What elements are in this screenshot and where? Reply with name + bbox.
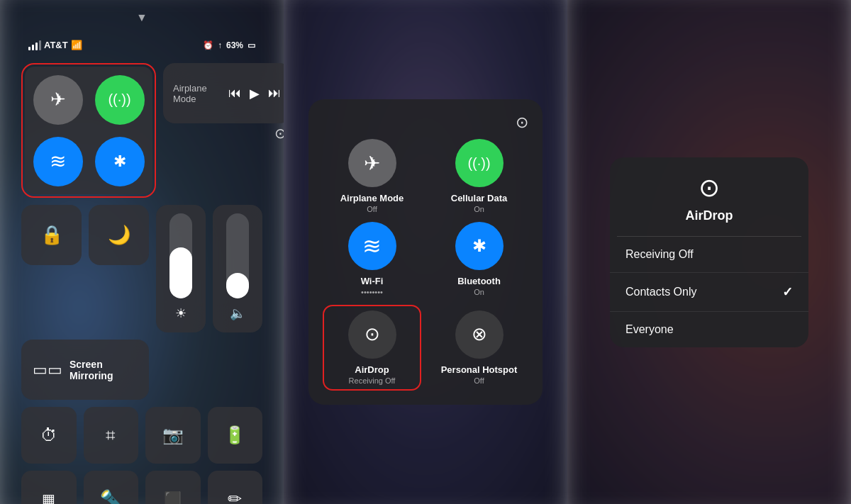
now-playing-label: Airplane Mode [173, 83, 228, 104]
airdrop-context-menu: ⊙ AirDrop Receiving Off Contacts Only ✓ … [610, 157, 808, 347]
wifi-label: Wi-Fi [361, 276, 384, 288]
battery-icon: ▭ [247, 40, 255, 50]
airplane-mode-button[interactable]: ✈ [33, 75, 83, 125]
airdrop-contacts-only-option[interactable]: Contacts Only ✓ [610, 273, 808, 312]
airplay-small-icon[interactable]: ⊙ [274, 125, 284, 142]
wifi-network-label: •••••••• [361, 288, 384, 296]
airdrop-cell[interactable]: ⊙ AirDrop Receiving Off [323, 305, 421, 391]
connectivity-grid-wrapper: ✈ ((·)) ≋ ✱ [21, 63, 156, 198]
play-button[interactable]: ▶ [250, 86, 260, 101]
volume-icon: 🔈 [230, 306, 245, 321]
airdrop-sublabel: Receiving Off [349, 376, 396, 385]
everyone-label: Everyone [625, 323, 674, 336]
bluetooth-button[interactable]: ✱ [95, 137, 145, 186]
personal-hotspot-sublabel: Off [441, 376, 518, 385]
battery-mode-button[interactable]: 🔋 [208, 407, 263, 464]
airdrop-menu-title: AirDrop [686, 208, 733, 223]
nav-icon: ↑ [218, 40, 222, 50]
remote-button[interactable]: ⬛ [145, 471, 201, 504]
music-widget: Airplane Mode ⏮ ▶ ⏭ [163, 63, 284, 123]
airdrop-menu-header: ⊙ AirDrop [610, 157, 808, 236]
connectivity-grid-expanded: ✈ Airplane Mode Off ((·)) Cellular Data … [323, 139, 528, 391]
cellular-data-label: Cellular Data [451, 193, 507, 205]
connectivity-expanded-card: ⊙ ✈ Airplane Mode Off ((·)) Cellular Dat… [308, 99, 543, 405]
airplane-mode-cell[interactable]: ✈ Airplane Mode Off [323, 139, 421, 213]
music-controls[interactable]: ⏮ ▶ ⏭ [228, 86, 281, 101]
screen-mirroring-label: Screen Mirroring [69, 359, 138, 381]
airdrop-circle: ⊙ [348, 310, 396, 359]
screen-mirroring-icon: ▭▭ [33, 361, 62, 379]
flashlight-button[interactable]: 🔦 [84, 471, 139, 504]
swipe-chevron: ▼ [14, 7, 269, 24]
airdrop-label: AirDrop [349, 364, 396, 376]
brightness-icon: ☀ [175, 306, 187, 321]
contacts-only-check: ✓ [782, 284, 793, 300]
timer-button[interactable]: ⏱ [21, 407, 77, 464]
airplay-button[interactable]: ⊙ [516, 113, 528, 132]
personal-hotspot-label: Personal Hotspot [441, 364, 518, 376]
connectivity-grid: ✈ ((·)) ≋ ✱ [25, 67, 152, 194]
bluetooth-sublabel: On [457, 288, 501, 296]
airplane-mode-circle: ✈ [348, 139, 396, 187]
receiving-off-label: Receiving Off [625, 248, 694, 261]
signal-bars [28, 40, 41, 50]
airdrop-large-icon: ⊙ [699, 173, 720, 203]
rotation-lock-button[interactable]: 🔒 [21, 205, 82, 265]
notes-button[interactable]: ✏ [208, 471, 263, 504]
right-panel: ⊙ AirDrop Receiving Off Contacts Only ✓ … [567, 0, 851, 504]
next-button[interactable]: ⏭ [268, 86, 281, 101]
airplane-mode-label: Airplane Mode [340, 193, 404, 205]
cellular-data-circle: ((·)) [455, 139, 504, 187]
volume-slider[interactable]: 🔈 [213, 205, 262, 332]
camera-button[interactable]: 📷 [145, 407, 201, 464]
carrier-label: AT&T [44, 40, 68, 50]
airdrop-receiving-off-option[interactable]: Receiving Off [610, 237, 808, 273]
wifi-status-icon: 📶 [71, 40, 82, 50]
cellular-button[interactable]: ((·)) [95, 75, 145, 125]
qr-scanner-button[interactable]: ▦ [21, 471, 77, 504]
personal-hotspot-circle: ⊗ [455, 310, 504, 359]
airdrop-everyone-option[interactable]: Everyone [610, 312, 808, 347]
bluetooth-label: Bluetooth [457, 276, 501, 288]
do-not-disturb-button[interactable]: 🌙 [89, 205, 149, 265]
brightness-slider[interactable]: ☀ [156, 205, 206, 332]
left-panel: ▼ AT&T 📶 ⏰ ↑ 63% ▭ [0, 0, 284, 504]
bluetooth-cell[interactable]: ✱ Bluetooth On [430, 222, 528, 296]
contacts-only-label: Contacts Only [625, 286, 696, 298]
wifi-button[interactable]: ≋ [33, 137, 83, 186]
calculator-button[interactable]: ⌗ [84, 407, 139, 464]
personal-hotspot-cell[interactable]: ⊗ Personal Hotspot Off [430, 305, 528, 391]
airplane-mode-sublabel: Off [340, 205, 404, 213]
cellular-data-cell[interactable]: ((·)) Cellular Data On [430, 139, 528, 213]
bluetooth-circle: ✱ [455, 222, 504, 270]
screen-mirroring-button[interactable]: ▭▭ Screen Mirroring [21, 340, 149, 400]
battery-percentage: 63% [226, 40, 243, 50]
status-bar: AT&T 📶 ⏰ ↑ 63% ▭ [14, 31, 269, 56]
cellular-data-sublabel: On [451, 205, 507, 213]
wifi-cell[interactable]: ≋ Wi-Fi •••••••• [323, 222, 421, 296]
alarm-icon: ⏰ [203, 40, 213, 50]
wifi-circle: ≋ [348, 222, 396, 270]
prev-button[interactable]: ⏮ [228, 86, 241, 101]
mid-panel: ⊙ ✈ Airplane Mode Off ((·)) Cellular Dat… [284, 0, 567, 504]
